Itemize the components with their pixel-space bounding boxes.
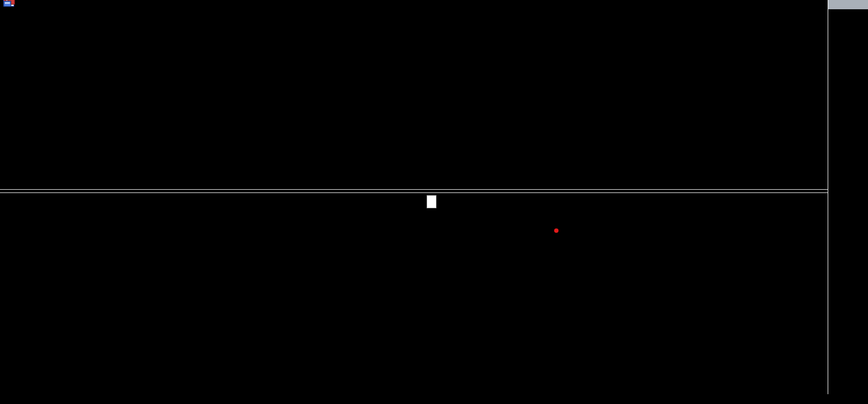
tooltip [427,195,436,208]
red-dot-annotation [554,228,559,233]
price-axis-border [828,0,828,394]
time-axis-canvas[interactable] [0,394,868,404]
windows-icon[interactable] [3,0,15,7]
mt4-chart-window [0,0,868,404]
current-price-label [828,0,868,9]
main-chart-canvas[interactable] [0,0,828,189]
